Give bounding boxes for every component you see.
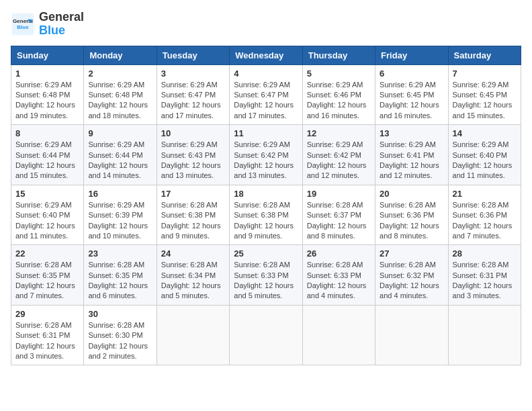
day-number: 21 [453, 189, 517, 199]
table-row: 3 Sunrise: 6:29 AM Sunset: 6:47 PM Dayli… [157, 64, 229, 125]
logo-text: GeneralBlue [39, 11, 84, 38]
cell-content: Sunrise: 6:29 AM Sunset: 6:47 PM Dayligh… [161, 80, 225, 122]
cell-content: Sunrise: 6:29 AM Sunset: 6:46 PM Dayligh… [307, 80, 371, 122]
table-row [302, 305, 375, 365]
day-number: 28 [453, 248, 517, 259]
cell-content: Sunrise: 6:28 AM Sunset: 6:31 PM Dayligh… [15, 320, 79, 362]
cell-content: Sunrise: 6:28 AM Sunset: 6:35 PM Dayligh… [88, 260, 152, 302]
table-row [448, 305, 521, 365]
table-row: 6 Sunrise: 6:29 AM Sunset: 6:45 PM Dayli… [375, 64, 448, 125]
table-row: 14 Sunrise: 6:29 AM Sunset: 6:40 PM Dayl… [448, 125, 521, 185]
day-number: 19 [307, 189, 371, 199]
cell-content: Sunrise: 6:29 AM Sunset: 6:40 PM Dayligh… [15, 200, 79, 242]
day-header-thursday: Thursday [302, 46, 375, 64]
day-number: 26 [307, 248, 371, 259]
calendar-table: SundayMondayTuesdayWednesdayThursdayFrid… [11, 46, 521, 366]
table-row: 29 Sunrise: 6:28 AM Sunset: 6:31 PM Dayl… [11, 305, 84, 365]
table-row: 2 Sunrise: 6:29 AM Sunset: 6:48 PM Dayli… [84, 64, 157, 125]
logo: General Blue GeneralBlue [11, 11, 84, 38]
table-row: 5 Sunrise: 6:29 AM Sunset: 6:46 PM Dayli… [302, 64, 375, 125]
cell-content: Sunrise: 6:28 AM Sunset: 6:30 PM Dayligh… [88, 320, 152, 362]
cell-content: Sunrise: 6:28 AM Sunset: 6:38 PM Dayligh… [234, 200, 298, 242]
day-number: 20 [380, 189, 443, 199]
calendar-week-5: 29 Sunrise: 6:28 AM Sunset: 6:31 PM Dayl… [11, 305, 521, 365]
cell-content: Sunrise: 6:29 AM Sunset: 6:44 PM Dayligh… [15, 140, 79, 181]
cell-content: Sunrise: 6:29 AM Sunset: 6:48 PM Dayligh… [88, 80, 152, 122]
cell-content: Sunrise: 6:28 AM Sunset: 6:33 PM Dayligh… [234, 260, 298, 302]
table-row: 10 Sunrise: 6:29 AM Sunset: 6:43 PM Dayl… [157, 125, 229, 185]
table-row: 15 Sunrise: 6:29 AM Sunset: 6:40 PM Dayl… [11, 185, 84, 245]
cell-content: Sunrise: 6:28 AM Sunset: 6:33 PM Dayligh… [307, 260, 371, 302]
day-number: 10 [161, 128, 225, 138]
day-number: 18 [234, 189, 298, 199]
cell-content: Sunrise: 6:29 AM Sunset: 6:48 PM Dayligh… [15, 80, 79, 122]
cell-content: Sunrise: 6:28 AM Sunset: 6:38 PM Dayligh… [161, 200, 225, 242]
day-number: 14 [453, 128, 517, 138]
table-row: 24 Sunrise: 6:28 AM Sunset: 6:34 PM Dayl… [157, 245, 229, 306]
cell-content: Sunrise: 6:29 AM Sunset: 6:43 PM Dayligh… [161, 140, 225, 181]
table-row: 9 Sunrise: 6:29 AM Sunset: 6:44 PM Dayli… [84, 125, 157, 185]
day-number: 6 [380, 68, 443, 79]
page-header: General Blue GeneralBlue [11, 11, 521, 38]
day-header-wednesday: Wednesday [230, 46, 302, 64]
cell-content: Sunrise: 6:29 AM Sunset: 6:40 PM Dayligh… [453, 140, 517, 181]
day-number: 12 [307, 128, 371, 138]
cell-content: Sunrise: 6:29 AM Sunset: 6:45 PM Dayligh… [380, 80, 443, 122]
table-row: 4 Sunrise: 6:29 AM Sunset: 6:47 PM Dayli… [230, 64, 302, 125]
day-number: 11 [234, 128, 298, 138]
day-number: 1 [15, 68, 79, 79]
cell-content: Sunrise: 6:29 AM Sunset: 6:45 PM Dayligh… [453, 80, 517, 122]
cell-content: Sunrise: 6:29 AM Sunset: 6:44 PM Dayligh… [88, 140, 152, 181]
table-row: 20 Sunrise: 6:28 AM Sunset: 6:36 PM Dayl… [375, 185, 448, 245]
table-row: 27 Sunrise: 6:28 AM Sunset: 6:32 PM Dayl… [375, 245, 448, 306]
table-row: 1 Sunrise: 6:29 AM Sunset: 6:48 PM Dayli… [11, 64, 84, 125]
cell-content: Sunrise: 6:28 AM Sunset: 6:31 PM Dayligh… [453, 260, 517, 302]
cell-content: Sunrise: 6:28 AM Sunset: 6:36 PM Dayligh… [380, 200, 443, 242]
table-row [375, 305, 448, 365]
day-number: 24 [161, 248, 225, 259]
day-number: 25 [234, 248, 298, 259]
day-number: 2 [88, 68, 152, 79]
cell-content: Sunrise: 6:28 AM Sunset: 6:32 PM Dayligh… [380, 260, 443, 302]
table-row: 22 Sunrise: 6:28 AM Sunset: 6:35 PM Dayl… [11, 245, 84, 306]
table-row: 7 Sunrise: 6:29 AM Sunset: 6:45 PM Dayli… [448, 64, 521, 125]
day-number: 29 [15, 309, 79, 319]
cell-content: Sunrise: 6:29 AM Sunset: 6:42 PM Dayligh… [234, 140, 298, 181]
table-row: 30 Sunrise: 6:28 AM Sunset: 6:30 PM Dayl… [84, 305, 157, 365]
day-number: 7 [453, 68, 517, 79]
svg-text:Blue: Blue [17, 24, 29, 30]
day-number: 3 [161, 68, 225, 79]
day-number: 4 [234, 68, 298, 79]
table-row: 26 Sunrise: 6:28 AM Sunset: 6:33 PM Dayl… [302, 245, 375, 306]
cell-content: Sunrise: 6:28 AM Sunset: 6:34 PM Dayligh… [161, 260, 225, 302]
day-number: 22 [15, 248, 79, 259]
table-row: 21 Sunrise: 6:28 AM Sunset: 6:36 PM Dayl… [448, 185, 521, 245]
cell-content: Sunrise: 6:28 AM Sunset: 6:37 PM Dayligh… [307, 200, 371, 242]
day-header-monday: Monday [84, 46, 157, 64]
day-number: 23 [88, 248, 152, 259]
table-row: 25 Sunrise: 6:28 AM Sunset: 6:33 PM Dayl… [230, 245, 302, 306]
day-number: 16 [88, 189, 152, 199]
table-row: 16 Sunrise: 6:29 AM Sunset: 6:39 PM Dayl… [84, 185, 157, 245]
day-header-friday: Friday [375, 46, 448, 64]
calendar-week-1: 1 Sunrise: 6:29 AM Sunset: 6:48 PM Dayli… [11, 64, 521, 125]
cell-content: Sunrise: 6:28 AM Sunset: 6:36 PM Dayligh… [453, 200, 517, 242]
table-row: 12 Sunrise: 6:29 AM Sunset: 6:42 PM Dayl… [302, 125, 375, 185]
table-row [230, 305, 302, 365]
day-number: 9 [88, 128, 152, 138]
cell-content: Sunrise: 6:29 AM Sunset: 6:47 PM Dayligh… [234, 80, 298, 122]
calendar-week-2: 8 Sunrise: 6:29 AM Sunset: 6:44 PM Dayli… [11, 125, 521, 185]
day-header-tuesday: Tuesday [157, 46, 229, 64]
calendar-week-4: 22 Sunrise: 6:28 AM Sunset: 6:35 PM Dayl… [11, 245, 521, 306]
table-row: 11 Sunrise: 6:29 AM Sunset: 6:42 PM Dayl… [230, 125, 302, 185]
day-number: 13 [380, 128, 443, 138]
day-number: 30 [88, 309, 152, 319]
day-number: 15 [15, 189, 79, 199]
cell-content: Sunrise: 6:28 AM Sunset: 6:35 PM Dayligh… [15, 260, 79, 302]
table-row: 19 Sunrise: 6:28 AM Sunset: 6:37 PM Dayl… [302, 185, 375, 245]
day-number: 17 [161, 189, 225, 199]
table-row: 28 Sunrise: 6:28 AM Sunset: 6:31 PM Dayl… [448, 245, 521, 306]
table-row: 18 Sunrise: 6:28 AM Sunset: 6:38 PM Dayl… [230, 185, 302, 245]
day-number: 8 [15, 128, 79, 138]
day-header-sunday: Sunday [11, 46, 84, 64]
